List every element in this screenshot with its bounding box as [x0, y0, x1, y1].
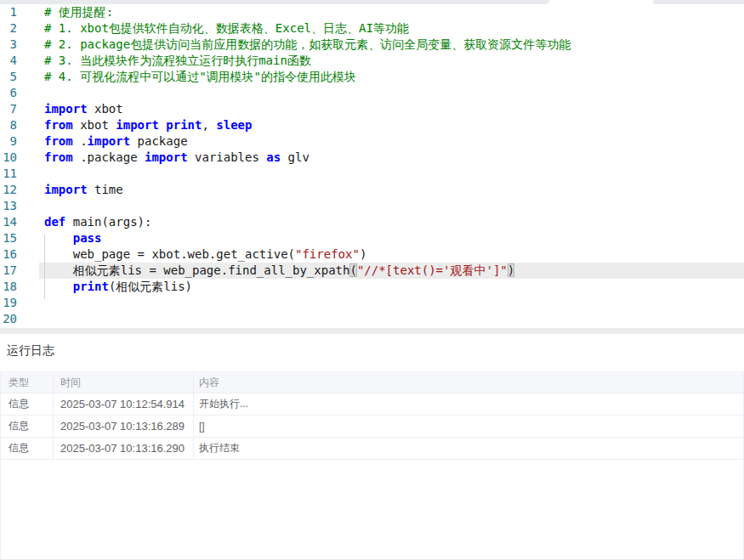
code-line[interactable]: 14def main(args):: [0, 214, 744, 230]
code-text: import time: [44, 182, 123, 198]
line-number[interactable]: 2: [0, 20, 17, 37]
code-line[interactable]: 12import time: [0, 182, 744, 198]
line-number[interactable]: 3: [0, 37, 17, 53]
indent-guide: [44, 235, 45, 299]
line-number[interactable]: 18: [0, 279, 17, 295]
log-table-body: 信息2025-03-07 10:12:54.914开始执行...信息2025-0…: [1, 393, 743, 460]
code-line[interactable]: 4# 3. 当此模块作为流程独立运行时执行main函数: [0, 53, 744, 69]
line-number[interactable]: 10: [0, 150, 17, 166]
line-number[interactable]: 19: [0, 295, 17, 311]
run-log-title: 运行日志: [7, 343, 54, 359]
code-token: main(args):: [65, 215, 151, 229]
code-line[interactable]: 20: [0, 311, 744, 327]
log-row: 信息2025-03-07 10:13:16.289[]: [1, 416, 743, 438]
code-token: ,: [202, 118, 216, 132]
code-token: glv: [281, 150, 310, 164]
log-cell-time: 2025-03-07 10:13:16.289: [54, 416, 194, 437]
code-token: pass: [73, 231, 102, 245]
log-header-content: 内容: [194, 372, 743, 393]
code-token: .: [73, 134, 88, 148]
code-token: xbot: [88, 102, 123, 116]
code-token: ): [360, 247, 366, 261]
code-token: import: [116, 118, 159, 132]
line-number[interactable]: 17: [0, 263, 17, 279]
code-line[interactable]: 15 pass: [0, 230, 744, 246]
code-token: .package: [73, 150, 145, 164]
code-text: # 2. package包提供访问当前应用数据的功能，如获取元素、访问全局变量、…: [44, 37, 571, 53]
code-line[interactable]: 9from .import package: [0, 133, 744, 150]
line-number[interactable]: 9: [0, 133, 17, 150]
log-header-type: 类型: [1, 372, 54, 393]
code-line[interactable]: 13: [0, 198, 744, 214]
line-number[interactable]: 15: [0, 230, 17, 246]
code-text: from .package import variables as glv: [44, 150, 310, 166]
code-token: xbot: [73, 118, 116, 132]
code-token: # 3. 当此模块作为流程独立运行时执行main函数: [44, 54, 311, 67]
line-number[interactable]: 8: [0, 117, 17, 133]
code-line[interactable]: 16 web_page = xbot.web.get_active("firef…: [0, 246, 744, 263]
code-token: web_page = xbot.web.get_active(: [44, 247, 295, 261]
log-cell-type: 信息: [1, 416, 54, 437]
log-cell-time: 2025-03-07 10:12:54.914: [54, 393, 194, 415]
line-number[interactable]: 11: [0, 166, 17, 182]
code-line[interactable]: 19: [0, 295, 744, 311]
code-text: from xbot import print, sleep: [44, 117, 252, 133]
log-cell-type: 信息: [1, 438, 54, 459]
log-row: 信息2025-03-07 10:12:54.914开始执行...: [1, 393, 743, 416]
code-token: # 使用提醒:: [44, 5, 113, 19]
code-token: import: [88, 134, 131, 148]
line-number[interactable]: 1: [0, 4, 17, 20]
code-token: "firefox": [295, 247, 360, 261]
run-log-panel: 类型 时间 内容 信息2025-03-07 10:12:54.914开始执行..…: [0, 371, 744, 560]
code-line[interactable]: 8from xbot import print, sleep: [0, 117, 744, 133]
code-token: package: [130, 134, 187, 148]
matched-bracket: (: [349, 263, 356, 277]
horizontal-scrollbar[interactable]: [0, 328, 744, 334]
line-number[interactable]: 4: [0, 53, 17, 69]
code-line[interactable]: 5# 4. 可视化流程中可以通过"调用模块"的指令使用此模块: [0, 69, 744, 85]
code-token: # 1. xbot包提供软件自动化、数据表格、Excel、日志、AI等功能: [44, 21, 409, 35]
code-text: print(相似元素lis): [44, 279, 192, 295]
code-token: # 2. package包提供访问当前应用数据的功能，如获取元素、访问全局变量、…: [44, 37, 571, 51]
code-line[interactable]: 1# 使用提醒:: [0, 4, 744, 20]
code-token: # 4. 可视化流程中可以通过"调用模块"的指令使用此模块: [44, 70, 356, 83]
code-token: "//*[text()='观看中']": [357, 263, 508, 277]
code-token: from: [44, 134, 73, 148]
line-number[interactable]: 20: [0, 311, 17, 327]
log-table-header-row: 类型 时间 内容: [1, 372, 743, 393]
code-line[interactable]: 3# 2. package包提供访问当前应用数据的功能，如获取元素、访问全局变量…: [0, 37, 744, 53]
code-line[interactable]: 18 print(相似元素lis): [0, 279, 744, 295]
line-number[interactable]: 14: [0, 214, 17, 230]
code-line[interactable]: 7import xbot: [0, 101, 744, 117]
line-number[interactable]: 7: [0, 101, 17, 117]
code-token: import: [145, 150, 188, 164]
line-number[interactable]: 12: [0, 182, 17, 198]
code-text: def main(args):: [44, 214, 151, 230]
code-text: web_page = xbot.web.get_active("firefox"…: [44, 246, 366, 263]
code-token: time: [88, 183, 123, 196]
code-text: import xbot: [44, 101, 123, 117]
line-number[interactable]: 6: [0, 85, 17, 101]
code-token: from: [44, 118, 73, 132]
code-token: 相似元素lis = web_page.find_all_by_xpath: [44, 263, 349, 277]
code-line[interactable]: 11: [0, 166, 744, 182]
code-token: variables: [188, 150, 267, 164]
code-token: as: [266, 150, 281, 164]
line-number[interactable]: 16: [0, 246, 17, 263]
line-number[interactable]: 5: [0, 69, 17, 85]
code-text: pass: [44, 230, 101, 246]
code-line[interactable]: 2# 1. xbot包提供软件自动化、数据表格、Excel、日志、AI等功能: [0, 20, 744, 37]
log-cell-type: 信息: [1, 393, 54, 415]
code-line[interactable]: 6: [0, 85, 744, 101]
code-text: # 3. 当此模块作为流程独立运行时执行main函数: [44, 53, 311, 69]
code-line-current[interactable]: 17 相似元素lis = web_page.find_all_by_xpath(…: [0, 263, 744, 279]
code-line[interactable]: 10from .package import variables as glv: [0, 150, 744, 166]
log-header-time: 时间: [54, 372, 194, 393]
code-editor[interactable]: 1# 使用提醒:2# 1. xbot包提供软件自动化、数据表格、Excel、日志…: [0, 4, 744, 327]
code-text: # 使用提醒:: [44, 4, 113, 20]
code-text: # 1. xbot包提供软件自动化、数据表格、Excel、日志、AI等功能: [44, 20, 409, 37]
code-token: sleep: [216, 118, 252, 132]
matched-bracket: ): [508, 263, 514, 277]
line-number[interactable]: 13: [0, 198, 17, 214]
log-row: 信息2025-03-07 10:13:16.290执行结束: [1, 438, 743, 460]
